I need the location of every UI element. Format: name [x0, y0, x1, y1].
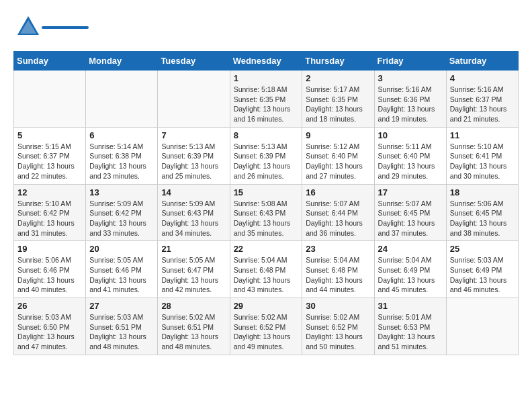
day-number: 25 — [450, 244, 515, 254]
day-number: 29 — [234, 301, 299, 311]
calendar-cell: 21Sunrise: 5:05 AM Sunset: 6:47 PM Dayli… — [158, 241, 230, 298]
day-number: 18 — [450, 187, 515, 197]
calendar-body: 1Sunrise: 5:18 AM Sunset: 6:35 PM Daylig… — [14, 71, 519, 355]
calendar-cell: 30Sunrise: 5:02 AM Sunset: 6:52 PM Dayli… — [302, 298, 374, 355]
calendar-cell: 11Sunrise: 5:10 AM Sunset: 6:41 PM Dayli… — [446, 127, 518, 184]
day-number: 3 — [378, 73, 443, 83]
logo-underline — [42, 26, 89, 29]
calendar-cell: 10Sunrise: 5:11 AM Sunset: 6:40 PM Dayli… — [374, 127, 446, 184]
calendar-cell: 5Sunrise: 5:15 AM Sunset: 6:37 PM Daylig… — [14, 127, 86, 184]
day-number: 26 — [17, 301, 82, 311]
calendar-cell: 22Sunrise: 5:04 AM Sunset: 6:48 PM Dayli… — [230, 241, 302, 298]
day-info: Sunrise: 5:13 AM Sunset: 6:39 PM Dayligh… — [161, 142, 226, 181]
day-number: 2 — [306, 73, 370, 83]
day-info: Sunrise: 5:10 AM Sunset: 6:42 PM Dayligh… — [17, 199, 82, 238]
calendar-cell — [14, 71, 86, 128]
day-info: Sunrise: 5:16 AM Sunset: 6:36 PM Dayligh… — [378, 85, 443, 124]
day-info: Sunrise: 5:04 AM Sunset: 6:49 PM Dayligh… — [378, 255, 443, 295]
calendar-cell: 4Sunrise: 5:16 AM Sunset: 6:37 PM Daylig… — [446, 71, 518, 128]
day-info: Sunrise: 5:02 AM Sunset: 6:51 PM Dayligh… — [161, 312, 226, 352]
day-info: Sunrise: 5:13 AM Sunset: 6:39 PM Dayligh… — [234, 142, 299, 181]
calendar-cell: 15Sunrise: 5:08 AM Sunset: 6:43 PM Dayli… — [230, 184, 302, 241]
day-number: 22 — [234, 244, 299, 254]
day-number: 5 — [17, 130, 82, 140]
day-number: 12 — [17, 187, 82, 197]
day-header-tuesday: Tuesday — [158, 52, 230, 71]
calendar-header: SundayMondayTuesdayWednesdayThursdayFrid… — [14, 52, 519, 71]
day-info: Sunrise: 5:15 AM Sunset: 6:37 PM Dayligh… — [17, 142, 82, 181]
day-number: 16 — [306, 187, 370, 197]
calendar-cell: 24Sunrise: 5:04 AM Sunset: 6:49 PM Dayli… — [374, 241, 446, 298]
day-header-sunday: Sunday — [14, 52, 86, 71]
day-number: 8 — [234, 130, 299, 140]
day-info: Sunrise: 5:04 AM Sunset: 6:48 PM Dayligh… — [306, 255, 370, 295]
day-info: Sunrise: 5:05 AM Sunset: 6:47 PM Dayligh… — [161, 255, 226, 295]
logo-icon — [13, 13, 40, 40]
day-info: Sunrise: 5:03 AM Sunset: 6:50 PM Dayligh… — [17, 312, 82, 352]
day-number: 27 — [89, 301, 154, 311]
logo-text-block — [42, 25, 89, 29]
day-number: 31 — [378, 301, 443, 311]
calendar-cell: 3Sunrise: 5:16 AM Sunset: 6:36 PM Daylig… — [374, 71, 446, 128]
day-number: 1 — [234, 73, 299, 83]
day-number: 14 — [161, 187, 226, 197]
page-header — [13, 13, 519, 40]
calendar-cell: 7Sunrise: 5:13 AM Sunset: 6:39 PM Daylig… — [158, 127, 230, 184]
week-row-3: 12Sunrise: 5:10 AM Sunset: 6:42 PM Dayli… — [14, 184, 519, 241]
day-info: Sunrise: 5:02 AM Sunset: 6:52 PM Dayligh… — [306, 312, 370, 352]
day-number: 11 — [450, 130, 515, 140]
calendar-cell: 6Sunrise: 5:14 AM Sunset: 6:38 PM Daylig… — [86, 127, 158, 184]
day-number: 7 — [161, 130, 226, 140]
calendar-cell: 13Sunrise: 5:09 AM Sunset: 6:42 PM Dayli… — [86, 184, 158, 241]
day-info: Sunrise: 5:07 AM Sunset: 6:44 PM Dayligh… — [306, 199, 370, 238]
day-info: Sunrise: 5:10 AM Sunset: 6:41 PM Dayligh… — [450, 142, 515, 181]
day-number: 10 — [378, 130, 443, 140]
day-info: Sunrise: 5:08 AM Sunset: 6:43 PM Dayligh… — [234, 199, 299, 238]
calendar-table: SundayMondayTuesdayWednesdayThursdayFrid… — [13, 51, 519, 355]
calendar-cell: 23Sunrise: 5:04 AM Sunset: 6:48 PM Dayli… — [302, 241, 374, 298]
day-info: Sunrise: 5:07 AM Sunset: 6:45 PM Dayligh… — [378, 199, 443, 238]
day-number: 4 — [450, 73, 515, 83]
day-header-wednesday: Wednesday — [230, 52, 302, 71]
calendar-cell: 19Sunrise: 5:06 AM Sunset: 6:46 PM Dayli… — [14, 241, 86, 298]
day-number: 24 — [378, 244, 443, 254]
day-info: Sunrise: 5:01 AM Sunset: 6:53 PM Dayligh… — [378, 312, 443, 352]
day-info: Sunrise: 5:09 AM Sunset: 6:43 PM Dayligh… — [161, 199, 226, 238]
day-info: Sunrise: 5:03 AM Sunset: 6:49 PM Dayligh… — [450, 255, 515, 295]
week-row-1: 1Sunrise: 5:18 AM Sunset: 6:35 PM Daylig… — [14, 71, 519, 128]
calendar-cell: 29Sunrise: 5:02 AM Sunset: 6:52 PM Dayli… — [230, 298, 302, 355]
day-info: Sunrise: 5:11 AM Sunset: 6:40 PM Dayligh… — [378, 142, 443, 181]
calendar-cell: 26Sunrise: 5:03 AM Sunset: 6:50 PM Dayli… — [14, 298, 86, 355]
logo — [13, 13, 89, 40]
calendar-cell: 8Sunrise: 5:13 AM Sunset: 6:39 PM Daylig… — [230, 127, 302, 184]
day-number: 20 — [89, 244, 154, 254]
calendar-cell: 27Sunrise: 5:03 AM Sunset: 6:51 PM Dayli… — [86, 298, 158, 355]
day-number: 21 — [161, 244, 226, 254]
day-number: 17 — [378, 187, 443, 197]
day-info: Sunrise: 5:17 AM Sunset: 6:35 PM Dayligh… — [306, 85, 370, 124]
day-info: Sunrise: 5:06 AM Sunset: 6:46 PM Dayligh… — [17, 255, 82, 295]
day-number: 6 — [89, 130, 154, 140]
day-info: Sunrise: 5:09 AM Sunset: 6:42 PM Dayligh… — [89, 199, 154, 238]
calendar-cell: 18Sunrise: 5:06 AM Sunset: 6:45 PM Dayli… — [446, 184, 518, 241]
calendar-cell: 2Sunrise: 5:17 AM Sunset: 6:35 PM Daylig… — [302, 71, 374, 128]
calendar-cell: 14Sunrise: 5:09 AM Sunset: 6:43 PM Dayli… — [158, 184, 230, 241]
calendar-cell: 28Sunrise: 5:02 AM Sunset: 6:51 PM Dayli… — [158, 298, 230, 355]
day-number: 28 — [161, 301, 226, 311]
day-number: 9 — [306, 130, 370, 140]
day-header-thursday: Thursday — [302, 52, 374, 71]
week-row-4: 19Sunrise: 5:06 AM Sunset: 6:46 PM Dayli… — [14, 241, 519, 298]
calendar-cell — [86, 71, 158, 128]
day-number: 30 — [306, 301, 370, 311]
calendar-cell: 1Sunrise: 5:18 AM Sunset: 6:35 PM Daylig… — [230, 71, 302, 128]
day-number: 23 — [306, 244, 370, 254]
day-info: Sunrise: 5:06 AM Sunset: 6:45 PM Dayligh… — [450, 199, 515, 238]
calendar-cell: 25Sunrise: 5:03 AM Sunset: 6:49 PM Dayli… — [446, 241, 518, 298]
calendar-cell: 12Sunrise: 5:10 AM Sunset: 6:42 PM Dayli… — [14, 184, 86, 241]
day-info: Sunrise: 5:03 AM Sunset: 6:51 PM Dayligh… — [89, 312, 154, 352]
day-info: Sunrise: 5:05 AM Sunset: 6:46 PM Dayligh… — [89, 255, 154, 295]
day-header-saturday: Saturday — [446, 52, 518, 71]
day-header-monday: Monday — [86, 52, 158, 71]
week-row-2: 5Sunrise: 5:15 AM Sunset: 6:37 PM Daylig… — [14, 127, 519, 184]
day-info: Sunrise: 5:04 AM Sunset: 6:48 PM Dayligh… — [234, 255, 299, 295]
